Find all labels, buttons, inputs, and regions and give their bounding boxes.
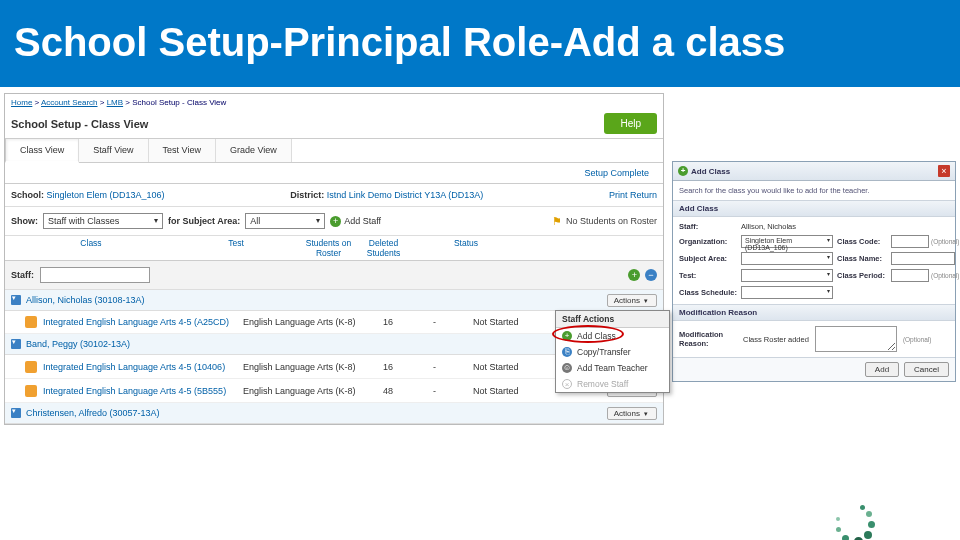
class-name[interactable]: Integrated English Language Arts 4-5 (5B… bbox=[43, 386, 243, 396]
no-roster-label: No Students on Roster bbox=[566, 216, 657, 226]
close-icon[interactable]: × bbox=[938, 165, 950, 177]
col-deleted-students[interactable]: Deleted Students bbox=[356, 238, 411, 258]
subject-select[interactable]: All bbox=[245, 213, 325, 229]
value-staff: Allison, Nicholas bbox=[741, 222, 955, 231]
tab-grade-view[interactable]: Grade View bbox=[216, 139, 292, 162]
school-label: School: bbox=[11, 190, 44, 200]
select-test[interactable] bbox=[741, 269, 833, 282]
staff-name[interactable]: Christensen, Alfredo (30057-13A) bbox=[26, 408, 160, 418]
label-class-name: Class Name: bbox=[837, 254, 887, 263]
tab-staff-view[interactable]: Staff View bbox=[79, 139, 148, 162]
logo-icon bbox=[830, 503, 874, 540]
add-button[interactable]: Add bbox=[865, 362, 899, 377]
class-test: English Language Arts (K-8) bbox=[243, 317, 383, 327]
col-class[interactable]: Class bbox=[11, 238, 171, 258]
modal-title: Add Class bbox=[691, 167, 730, 176]
add-staff-button[interactable]: + Add Staff bbox=[330, 216, 381, 227]
staff-search-input[interactable] bbox=[40, 267, 150, 283]
menu-add-class[interactable]: + Add Class bbox=[556, 328, 669, 344]
opt-period: (Optional) bbox=[931, 272, 960, 279]
col-status[interactable]: Status bbox=[411, 238, 521, 258]
district-label: District: bbox=[290, 190, 324, 200]
input-class-period[interactable] bbox=[891, 269, 929, 282]
select-subject[interactable] bbox=[741, 252, 833, 265]
disclosure-icon[interactable] bbox=[11, 295, 21, 305]
menu-add-class-label: Add Class bbox=[577, 331, 616, 341]
setup-complete-link[interactable]: Setup Complete bbox=[584, 168, 649, 178]
modal-note: Search for the class you would like to a… bbox=[673, 181, 955, 200]
col-test[interactable]: Test bbox=[171, 238, 301, 258]
slide-banner: School Setup-Principal Role-Add a class bbox=[0, 0, 960, 87]
section-add-class: Add Class bbox=[673, 200, 955, 217]
class-ds: - bbox=[433, 386, 473, 396]
label-org: Organization: bbox=[679, 237, 737, 246]
tab-class-view[interactable]: Class View bbox=[5, 139, 79, 163]
menu-remove-staff: × Remove Staff bbox=[556, 376, 669, 392]
tab-test-view[interactable]: Test View bbox=[149, 139, 216, 162]
actions-button[interactable]: Actions bbox=[607, 294, 657, 307]
show-select[interactable]: Staff with Classes bbox=[43, 213, 163, 229]
select-schedule[interactable] bbox=[741, 286, 833, 299]
content-area: Home > Account Search > LMB > School Set… bbox=[0, 87, 960, 95]
subject-label: for Subject Area: bbox=[168, 216, 240, 226]
menu-copy-label: Copy/Transfer bbox=[577, 347, 631, 357]
class-icon bbox=[25, 316, 37, 328]
menu-add-team-teacher[interactable]: ☺ Add Team Teacher bbox=[556, 360, 669, 376]
menu-remove-label: Remove Staff bbox=[577, 379, 628, 389]
plus-icon: + bbox=[330, 216, 341, 227]
disclosure-icon[interactable] bbox=[11, 339, 21, 349]
class-status: Not Started bbox=[473, 362, 553, 372]
return-link[interactable]: Return bbox=[630, 190, 657, 200]
input-class-name[interactable] bbox=[891, 252, 955, 265]
label-schedule: Class Schedule: bbox=[679, 288, 737, 297]
class-ds: - bbox=[433, 317, 473, 327]
table-header: Class Test Students on Roster Deleted St… bbox=[5, 236, 663, 261]
select-org[interactable]: Singleton Elem (DD13A_106) bbox=[741, 235, 833, 248]
plus-icon: + bbox=[562, 331, 572, 341]
class-icon bbox=[25, 361, 37, 373]
actions-menu-header: Staff Actions bbox=[556, 311, 669, 328]
bc-lmb[interactable]: LMB bbox=[107, 98, 123, 107]
textarea-mod-reason[interactable] bbox=[815, 326, 897, 352]
class-status: Not Started bbox=[473, 386, 553, 396]
label-staff: Staff: bbox=[679, 222, 737, 231]
staff-group-row[interactable]: Christensen, Alfredo (30057-13A) Actions bbox=[5, 403, 663, 424]
print-link[interactable]: Print bbox=[609, 190, 628, 200]
show-label: Show: bbox=[11, 216, 38, 226]
class-name[interactable]: Integrated English Language Arts 4-5 (10… bbox=[43, 362, 243, 372]
no-roster-warning: ⚑ No Students on Roster bbox=[552, 215, 657, 228]
class-sr: 16 bbox=[383, 362, 433, 372]
help-button[interactable]: Help bbox=[604, 113, 657, 134]
input-class-code[interactable] bbox=[891, 235, 929, 248]
class-name[interactable]: Integrated English Language Arts 4-5 (A2… bbox=[43, 317, 243, 327]
staff-filter-bar: Staff: + − bbox=[5, 261, 663, 290]
class-status: Not Started bbox=[473, 317, 553, 327]
disclosure-icon[interactable] bbox=[11, 408, 21, 418]
section-mod-reason: Modification Reason bbox=[673, 304, 955, 321]
class-icon bbox=[25, 385, 37, 397]
copy-icon: ⎘ bbox=[562, 347, 572, 357]
label-mod-reason: Modification Reason: bbox=[679, 330, 737, 348]
value-mod-reason: Class Roster added bbox=[743, 335, 809, 344]
bc-account[interactable]: Account Search bbox=[41, 98, 97, 107]
plus-icon: + bbox=[678, 166, 688, 176]
staff-group-row[interactable]: Allison, Nicholas (30108-13A) Actions St… bbox=[5, 290, 663, 311]
label-test: Test: bbox=[679, 271, 737, 280]
bc-home[interactable]: Home bbox=[11, 98, 32, 107]
page-title: School Setup - Class View bbox=[11, 118, 148, 130]
cancel-button[interactable]: Cancel bbox=[904, 362, 949, 377]
breadcrumb: Home > Account Search > LMB > School Set… bbox=[5, 94, 663, 111]
label-class-code: Class Code: bbox=[837, 237, 887, 246]
menu-copy-transfer[interactable]: ⎘ Copy/Transfer bbox=[556, 344, 669, 360]
opt-code: (Optional) bbox=[931, 238, 960, 245]
school-value: Singleton Elem (DD13A_106) bbox=[47, 190, 165, 200]
collapse-all-icon[interactable]: − bbox=[645, 269, 657, 281]
actions-button[interactable]: Actions bbox=[607, 407, 657, 420]
staff-name[interactable]: Allison, Nicholas (30108-13A) bbox=[26, 295, 145, 305]
label-subject: Subject Area: bbox=[679, 254, 737, 263]
expand-all-icon[interactable]: + bbox=[628, 269, 640, 281]
class-test: English Language Arts (K-8) bbox=[243, 362, 383, 372]
staff-name[interactable]: Band, Peggy (30102-13A) bbox=[26, 339, 130, 349]
col-students-roster[interactable]: Students on Roster bbox=[301, 238, 356, 258]
district-value: Istnd Link Demo District Y13A (DD13A) bbox=[327, 190, 483, 200]
